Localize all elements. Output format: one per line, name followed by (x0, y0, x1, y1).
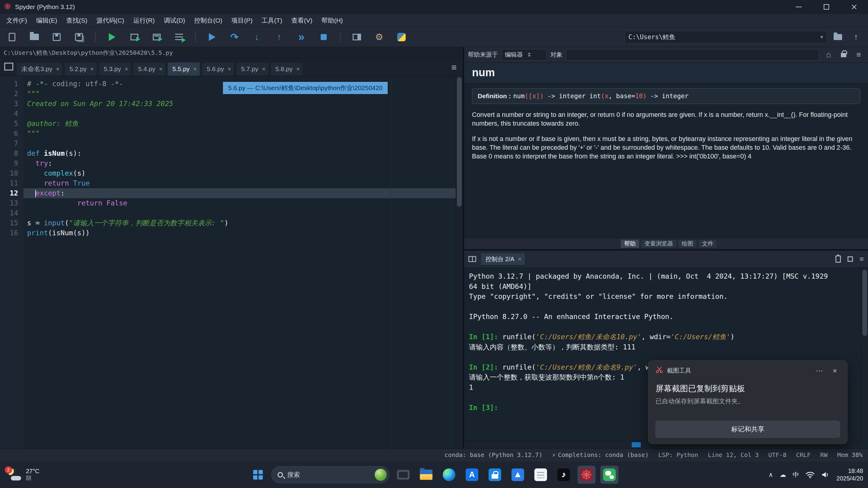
hidden-icons-icon[interactable]: ∧ (769, 471, 773, 478)
menu-item-8[interactable]: 项目(P) (227, 14, 257, 27)
close-tab-icon[interactable]: × (90, 66, 94, 73)
python-env-icon[interactable] (394, 30, 409, 44)
menu-item-7[interactable]: 控制台(O) (190, 14, 227, 27)
volume-icon[interactable] (821, 471, 830, 478)
taskbar-app-edge[interactable] (440, 466, 458, 484)
toolbar-separator (195, 32, 196, 42)
editor-tab-7[interactable]: 5.7.py× (236, 62, 269, 76)
parent-directory-button[interactable]: ↑ (849, 30, 863, 44)
menu-item-6[interactable]: 调试(D) (159, 14, 190, 27)
mark-and-share-button[interactable]: 标记和共享 (655, 421, 840, 438)
lock-icon[interactable] (838, 50, 849, 59)
menu-item-1[interactable]: 文件(F) (2, 14, 32, 27)
taskbar-app-task-view[interactable] (394, 466, 412, 484)
close-tab-icon[interactable]: × (125, 66, 128, 73)
save-icon[interactable] (50, 30, 64, 44)
taskbar-app-tiktok[interactable] (555, 466, 572, 484)
scrollbar-thumb[interactable] (632, 442, 641, 447)
maximize-pane-icon[interactable] (350, 30, 364, 44)
taskbar-app-arrow-app[interactable] (509, 466, 527, 484)
menu-item-3[interactable]: 查找(S) (62, 14, 92, 27)
editor-tab-2[interactable]: 5.2.py× (64, 62, 97, 76)
start-button[interactable] (250, 466, 267, 483)
editor-options-menu-icon[interactable]: ≡ (448, 62, 460, 73)
menu-item-10[interactable]: 查看(V) (287, 14, 317, 27)
close-console-tab-icon[interactable]: × (518, 256, 522, 263)
menu-item-4[interactable]: 源代码(C) (92, 14, 129, 27)
taskbar-clock[interactable]: 18:48 2025/4/20 (836, 467, 863, 482)
browse-tabs-button[interactable] (3, 64, 16, 70)
editor-tab-8[interactable]: 5.8.py× (270, 62, 303, 76)
notification-more-icon[interactable]: ⋯ (813, 367, 826, 375)
notification-close-icon[interactable]: × (830, 367, 840, 375)
continue-icon[interactable] (294, 30, 309, 44)
preferences-icon[interactable] (372, 30, 386, 44)
close-button[interactable] (840, 0, 868, 14)
code-line-15: 15s = input("请输入一个字符串，判断是否为数字相关表示: ") (0, 218, 456, 228)
close-tab-icon[interactable]: × (262, 66, 266, 73)
taskbar-app-spyder[interactable] (578, 466, 595, 484)
app-a-icon (466, 468, 478, 481)
wifi-icon[interactable] (806, 471, 815, 478)
home-icon[interactable]: ⌂ (823, 50, 834, 59)
editor-tab-6[interactable]: 5.6.py× (202, 62, 235, 76)
run-cell-icon[interactable] (127, 30, 142, 44)
scrollbar-thumb[interactable] (457, 77, 462, 207)
ime-icon[interactable]: 中 (793, 470, 799, 479)
save-all-icon[interactable] (72, 30, 86, 44)
menu-item-9[interactable]: 工具(T) (257, 14, 287, 27)
plugin-tab-3[interactable]: 绘图 (678, 239, 697, 248)
taskbar-search[interactable]: 搜索 (271, 466, 390, 483)
close-tab-icon[interactable]: × (56, 66, 60, 73)
browse-directory-button[interactable] (831, 30, 845, 44)
run-selection-icon[interactable] (172, 30, 186, 44)
editor-tab-4[interactable]: 5.4.py× (133, 62, 166, 76)
onedrive-icon[interactable]: ☁ (780, 471, 786, 478)
padlock-shape (841, 53, 846, 57)
taskbar-app-app-a[interactable] (463, 466, 481, 484)
code-editor[interactable]: 1# -*- coding: utf-8 -*-2"""3Created on … (0, 76, 463, 449)
open-file-icon[interactable] (27, 30, 41, 44)
close-tab-icon[interactable]: × (159, 66, 162, 73)
run-cell-advance-icon[interactable] (150, 30, 164, 44)
working-directory-combobox[interactable]: C:\Users\鳕鱼 ▾ (624, 31, 827, 43)
line-number: 7 (0, 138, 24, 149)
editor-tab-5[interactable]: 5.5.py× (167, 62, 200, 76)
console-vscrollbar[interactable] (861, 268, 868, 441)
editor-tab-1[interactable]: 未命名3.py× (16, 62, 63, 76)
menu-item-11[interactable]: 帮助(H) (317, 14, 347, 27)
weather-widget[interactable]: 2 27°C 阴 (4, 461, 42, 488)
scrollbar-thumb[interactable] (862, 270, 867, 336)
taskbar-app-wechat[interactable] (600, 466, 618, 484)
console-tab[interactable]: 控制台 2/A × (480, 253, 525, 265)
stop-icon[interactable] (316, 30, 331, 44)
step-into-icon[interactable] (250, 30, 264, 44)
help-object-input[interactable] (566, 49, 819, 61)
editor-scrollbar[interactable] (456, 76, 463, 449)
run-file-icon[interactable] (105, 30, 119, 44)
step-over-icon[interactable] (227, 30, 242, 44)
editor-tab-3[interactable]: 5.3.py× (98, 62, 131, 76)
taskbar-app-file-explorer[interactable] (417, 466, 435, 484)
close-tab-icon[interactable]: × (296, 66, 300, 73)
minimize-button[interactable] (785, 0, 812, 14)
taskbar-app-notes[interactable] (532, 466, 550, 484)
debug-file-icon[interactable] (205, 30, 219, 44)
menu-item-2[interactable]: 编辑(E) (32, 14, 62, 27)
taskbar-app-store[interactable] (486, 466, 504, 484)
plugin-tab-1[interactable]: 帮助 (620, 239, 640, 248)
plugin-tab-4[interactable]: 文件 (698, 239, 717, 248)
help-source-combobox[interactable]: 编辑器 (501, 49, 547, 61)
console-clipboard-icon[interactable] (835, 255, 841, 263)
close-tab-icon[interactable]: × (227, 66, 231, 73)
panes-icon[interactable] (468, 256, 476, 262)
console-options-menu-icon[interactable]: ≡ (860, 255, 864, 263)
help-options-menu-icon[interactable]: ≡ (853, 50, 864, 59)
step-out-icon[interactable] (272, 30, 286, 44)
new-file-icon[interactable] (5, 30, 19, 44)
plugin-tab-2[interactable]: 变量浏览器 (641, 239, 677, 248)
menu-item-5[interactable]: 运行(R) (129, 14, 159, 27)
console-new-icon[interactable] (847, 256, 853, 262)
maximize-button[interactable] (812, 0, 840, 14)
close-tab-icon[interactable]: × (193, 66, 197, 73)
